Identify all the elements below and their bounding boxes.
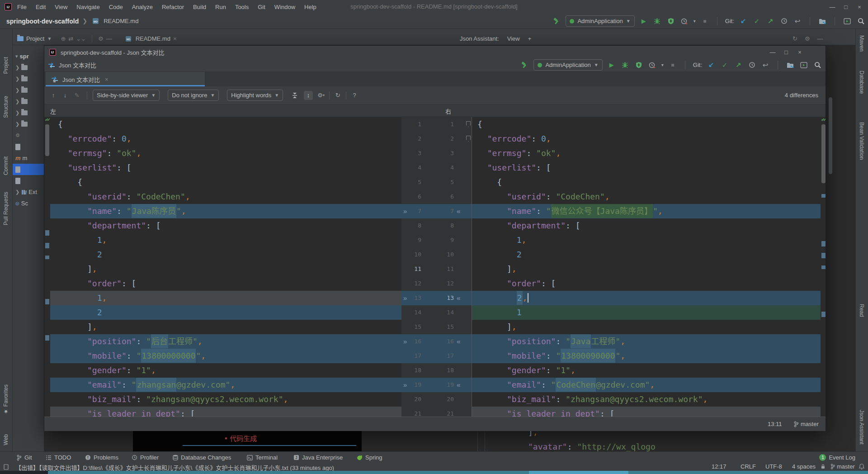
apply-left-icon[interactable]: «	[457, 378, 460, 392]
code-line-14[interactable]: 2	[50, 305, 401, 320]
toolwindow-todo[interactable]: TODO	[45, 452, 71, 463]
profiler-button[interactable]	[648, 61, 657, 70]
code-line-7[interactable]: "name": "微信公众号【Java陈序员】",	[472, 204, 821, 218]
tree-row[interactable]	[13, 164, 44, 175]
menu-analyze[interactable]: Analyze	[127, 0, 157, 14]
lock-icon[interactable]	[820, 463, 826, 469]
code-line-9[interactable]: 1,	[472, 233, 821, 247]
git-commit-button[interactable]: ✓	[720, 61, 729, 70]
code-line-4[interactable]: "userlist": [	[472, 161, 821, 175]
tree-row[interactable]: ❯	[13, 118, 44, 130]
search-everywhere-button[interactable]	[856, 17, 865, 26]
ignore-policy-select[interactable]: Do not ignore▼	[168, 90, 219, 101]
run-button[interactable]: ▶	[639, 17, 648, 26]
apply-left-icon[interactable]: «	[457, 334, 460, 349]
synchronize-scrolling-icon[interactable]: ↕	[304, 91, 313, 100]
menu-help[interactable]: Help	[300, 0, 321, 14]
right-strip-read[interactable]: Read	[859, 304, 865, 317]
git-history-button[interactable]	[779, 17, 788, 26]
left-strip-web[interactable]: Web	[3, 434, 9, 445]
panel-hide-icon[interactable]: —	[106, 35, 112, 42]
help-icon[interactable]: ?	[350, 91, 359, 100]
run-anything-button[interactable]	[843, 17, 852, 26]
indent-widget[interactable]: 4 spaces	[792, 463, 816, 470]
editor-tab-readme[interactable]: README.md	[136, 35, 170, 42]
code-line-17[interactable]: "mobile": "13800090000",	[472, 349, 821, 363]
toolwindow-git[interactable]: Git	[15, 452, 32, 463]
code-line-1[interactable]: {	[50, 117, 401, 132]
code-line-11[interactable]: ],	[472, 262, 821, 276]
git-rollback-button[interactable]: ↩	[761, 61, 770, 70]
code-line-14[interactable]: 1	[472, 305, 821, 320]
dialog-branch-widget[interactable]: master	[793, 420, 819, 429]
code-line-3[interactable]: "errmsg": "ok",	[472, 146, 821, 161]
toolwindow-spring[interactable]: Spring	[356, 452, 382, 463]
menu-code[interactable]: Code	[104, 0, 127, 14]
close-button[interactable]: ×	[853, 0, 866, 14]
code-line-4[interactable]: "userlist": [	[50, 161, 401, 175]
next-difference-icon[interactable]: ↓	[61, 91, 70, 100]
tab-json-compare[interactable]: Json 文本对比 ×	[46, 72, 205, 86]
diff-stripe-mark[interactable]	[821, 253, 826, 258]
menu-tools[interactable]: Tools	[231, 0, 253, 14]
run-configuration-select[interactable]: AdminApplication▼	[533, 59, 602, 71]
diff-stripe-mark[interactable]	[821, 312, 826, 317]
code-line-18[interactable]: "gender": "1",	[472, 363, 821, 378]
build-hammer-icon[interactable]	[520, 61, 529, 70]
tree-row[interactable]: ❯	[13, 107, 44, 118]
fold-marker-icon[interactable]	[466, 136, 471, 142]
code-line-12[interactable]: "order": [	[472, 276, 821, 291]
code-line-11[interactable]: ],	[50, 262, 401, 276]
prev-difference-icon[interactable]: ↑	[49, 91, 58, 100]
code-line-13[interactable]: 2,	[472, 291, 821, 305]
tree-row[interactable]: ⚙	[13, 130, 44, 141]
maximize-button[interactable]: □	[839, 0, 853, 14]
code-line-18[interactable]: "gender": "1",	[50, 363, 401, 378]
left-editor[interactable]: { "errcode": 0, "errmsg": "ok", "userlis…	[50, 117, 401, 417]
search-everywhere-button[interactable]	[813, 61, 822, 70]
profiler-dropdown-icon[interactable]: ▾	[693, 19, 696, 24]
code-line-16[interactable]: "position": "Java工程师",	[472, 334, 821, 349]
dialog-maximize-button[interactable]: □	[779, 46, 793, 58]
tree-row[interactable]: ❯Ext	[13, 186, 44, 198]
json-assistant-add-button[interactable]: +	[528, 35, 532, 42]
debug-button[interactable]	[621, 61, 630, 70]
code-line-19[interactable]: "email": "CodeChen@gzdev.com",	[472, 378, 821, 392]
code-line-21[interactable]: "is_leader_in_dept": [	[50, 407, 401, 417]
dialog-minimize-button[interactable]: —	[766, 46, 779, 58]
code-line-21[interactable]: "is_leader_in_dept": [	[472, 407, 821, 417]
caret-position-widget[interactable]: 12:17	[712, 463, 726, 470]
right-editor[interactable]: { "errcode": 0, "errmsg": "ok", "userlis…	[472, 117, 821, 417]
code-line-15[interactable]: ],	[472, 320, 821, 334]
code-line-16[interactable]: "position": "后台工程师",	[50, 334, 401, 349]
diff-stripe-mark[interactable]	[821, 194, 826, 198]
tree-row[interactable]	[13, 175, 44, 186]
reader-mode-icon[interactable]	[3, 464, 9, 470]
right-strip-maven[interactable]: Maven	[859, 35, 865, 52]
right-strip-bean-validation[interactable]: Bean Validation	[859, 122, 865, 160]
code-line-6[interactable]: "userid": "CodeChen",	[472, 190, 821, 204]
dialog-close-button[interactable]: ×	[793, 46, 807, 58]
right-strip-json-assistant[interactable]: Json Assistant	[859, 410, 865, 445]
left-strip-commit[interactable]: Commit	[3, 156, 9, 175]
dialog-caret-position[interactable]: 13:11	[768, 421, 782, 427]
code-line-2[interactable]: "errcode": 0,	[472, 132, 821, 146]
diff-stripe-mark[interactable]	[45, 299, 49, 304]
debug-button[interactable]	[653, 17, 662, 26]
menu-refactor[interactable]: Refactor	[157, 0, 189, 14]
left-strip-favorites[interactable]: ★ Favorites	[3, 384, 9, 415]
code-line-13[interactable]: 1,	[50, 291, 401, 305]
diff-stripe-mark[interactable]	[821, 265, 826, 269]
code-line-8[interactable]: "department": [	[50, 218, 401, 233]
toolwindow-java-enterprise[interactable]: JJava Enterprise	[293, 452, 343, 463]
code-line-3[interactable]: "errmsg": "ok",	[50, 146, 401, 161]
coverage-button[interactable]	[666, 17, 675, 26]
code-line-9[interactable]: 1,	[50, 233, 401, 247]
minimize-tool-icon[interactable]: —	[817, 35, 823, 42]
git-commit-button[interactable]: ✓	[752, 17, 761, 26]
right-error-stripe[interactable]: ✔✔	[821, 117, 826, 417]
menu-build[interactable]: Build	[189, 0, 211, 14]
branch-widget[interactable]: master	[830, 463, 855, 470]
diff-stripe-mark[interactable]	[45, 230, 49, 236]
code-line-19[interactable]: "email": "zhangsan@gzdev.com",	[50, 378, 401, 392]
